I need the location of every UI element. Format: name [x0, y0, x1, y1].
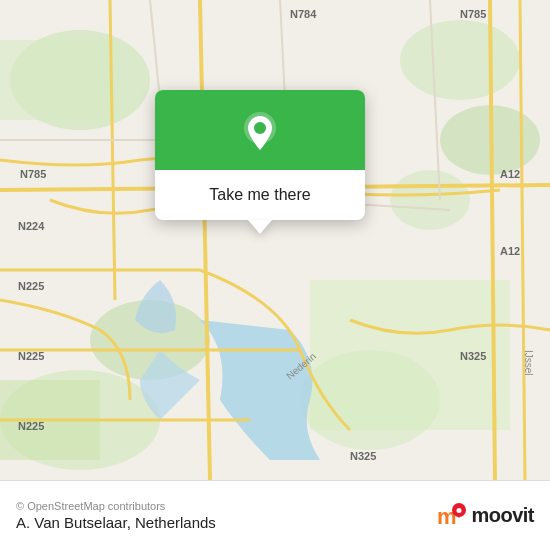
svg-point-3 [400, 20, 520, 100]
moovit-logo: m moovit [435, 500, 534, 532]
svg-point-10 [300, 350, 440, 450]
svg-text:N785: N785 [20, 168, 46, 180]
map-container: N785 N784 N785 A12 A12 N224 N225 N225 N2… [0, 0, 550, 480]
popup-button-area: Take me there [155, 170, 365, 220]
copyright-text: © OpenStreetMap contributors [16, 500, 216, 512]
location-pin-icon [238, 110, 282, 154]
svg-text:N224: N224 [18, 220, 45, 232]
moovit-icon: m [435, 500, 467, 532]
svg-rect-2 [0, 40, 120, 120]
moovit-label: moovit [471, 504, 534, 527]
svg-point-37 [254, 122, 266, 134]
popup-card: Take me there [155, 90, 365, 220]
svg-text:N325: N325 [350, 450, 376, 462]
svg-point-40 [457, 508, 462, 513]
svg-text:N325: N325 [460, 350, 486, 362]
svg-text:N225: N225 [18, 280, 44, 292]
footer-left: © OpenStreetMap contributors A. Van Buts… [16, 500, 216, 531]
svg-text:N225: N225 [18, 350, 44, 362]
svg-text:IJssel: IJssel [523, 350, 534, 376]
take-me-there-button[interactable]: Take me there [201, 182, 318, 208]
svg-point-5 [390, 170, 470, 230]
svg-text:N784: N784 [290, 8, 317, 20]
footer: © OpenStreetMap contributors A. Van Buts… [0, 480, 550, 550]
popup-pointer [248, 220, 272, 234]
popup-green-header [155, 90, 365, 170]
svg-text:A12: A12 [500, 245, 520, 257]
svg-text:A12: A12 [500, 168, 520, 180]
app: N785 N784 N785 A12 A12 N224 N225 N225 N2… [0, 0, 550, 550]
location-name: A. Van Butselaar, Netherlands [16, 514, 216, 531]
footer-logo: m moovit [435, 500, 534, 532]
svg-text:N785: N785 [460, 8, 486, 20]
svg-text:N225: N225 [18, 420, 44, 432]
